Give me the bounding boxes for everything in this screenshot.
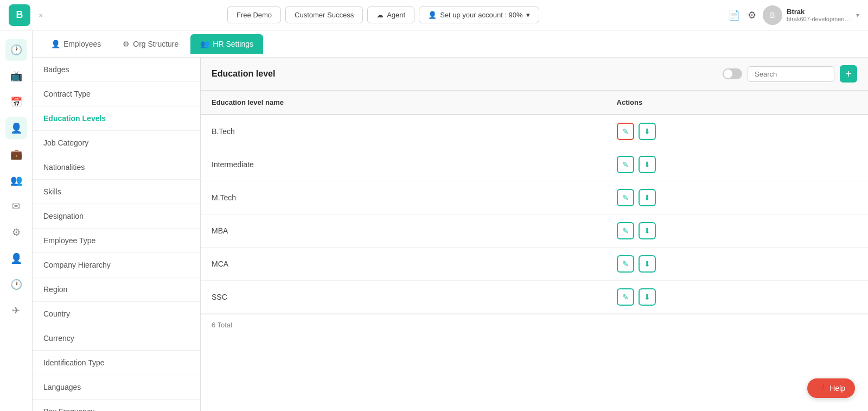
table-row: B.Tech✎⬇ <box>201 115 868 148</box>
table-wrap: Education level name Actions B.Tech✎⬇Int… <box>201 91 868 411</box>
setup-icon: 👤 <box>428 11 437 19</box>
cell-name: M.Tech <box>201 181 606 214</box>
document-icon[interactable]: 📄 <box>728 9 740 21</box>
menu-item-country[interactable]: Country <box>33 302 200 326</box>
sidebar-icon-settings[interactable]: ⚙ <box>5 222 27 243</box>
left-menu: Badges Contract Type Education Levels Jo… <box>33 58 201 411</box>
edit-icon[interactable]: ✎ <box>617 123 634 140</box>
col-actions: Actions <box>606 91 868 115</box>
action-icons: ✎⬇ <box>617 156 857 173</box>
org-tab-icon: ⚙ <box>123 40 130 48</box>
cell-actions: ✎⬇ <box>606 281 868 314</box>
tab-employees[interactable]: 👤 Employees <box>41 34 111 54</box>
cell-actions: ✎⬇ <box>606 248 868 281</box>
free-demo-button[interactable]: Free Demo <box>227 7 281 23</box>
menu-item-region[interactable]: Region <box>33 277 200 302</box>
cell-name: B.Tech <box>201 115 606 148</box>
menu-item-pay-frequency[interactable]: Pay Frequency <box>33 400 200 411</box>
table-header-row: Education level name Actions <box>201 91 868 115</box>
hr-tab-icon: 👥 <box>200 40 209 48</box>
action-icons: ✎⬇ <box>617 288 857 306</box>
table-row: Intermediate✎⬇ <box>201 148 868 181</box>
table-row: MCA✎⬇ <box>201 248 868 281</box>
sidebar-icon-clock2[interactable]: 🕐 <box>5 274 27 295</box>
app-logo[interactable]: B <box>9 4 30 26</box>
right-panel: Education level + Education level name A… <box>201 58 868 411</box>
delete-icon[interactable]: ⬇ <box>639 255 656 273</box>
agent-icon: ☁ <box>376 11 384 19</box>
sidebar-icon-mail[interactable]: ✉ <box>5 195 27 217</box>
main-wrapper: 👤 Employees ⚙ Org Structure 👥 HR Setting… <box>33 30 868 411</box>
cell-name: SSC <box>201 281 606 314</box>
menu-item-employee-type[interactable]: Employee Type <box>33 229 200 253</box>
menu-item-education-levels[interactable]: Education Levels <box>33 106 200 131</box>
edit-icon[interactable]: ✎ <box>617 288 634 306</box>
sidebar-icon-time[interactable]: 🕐 <box>5 39 27 61</box>
agent-button[interactable]: ☁ Agent <box>367 7 414 23</box>
menu-item-company-hierarchy[interactable]: Company Hierarchy <box>33 253 200 277</box>
education-level-table: Education level name Actions B.Tech✎⬇Int… <box>201 91 868 314</box>
sidebar-icon-calendar[interactable]: 📅 <box>5 91 27 113</box>
table-row: MBA✎⬇ <box>201 214 868 248</box>
edit-icon[interactable]: ✎ <box>617 255 634 273</box>
action-icons: ✎⬇ <box>617 222 857 239</box>
user-chevron-icon: ▾ <box>856 11 859 19</box>
edit-icon[interactable]: ✎ <box>617 189 634 206</box>
nav-chevron: » <box>39 11 43 19</box>
action-icons: ✎⬇ <box>617 123 857 140</box>
panel-header: Education level + <box>201 58 868 91</box>
search-input[interactable] <box>748 66 834 82</box>
sidebar-icon-person[interactable]: 👤 <box>5 117 27 139</box>
table-row: M.Tech✎⬇ <box>201 181 868 214</box>
sidebar-icon-briefcase[interactable]: 💼 <box>5 143 27 165</box>
sidebar-icon-user2[interactable]: 👤 <box>5 248 27 269</box>
menu-item-contract-type[interactable]: Contract Type <box>33 82 200 106</box>
delete-icon[interactable]: ⬇ <box>639 156 656 173</box>
gear-icon[interactable]: ⚙ <box>748 9 756 21</box>
cell-actions: ✎⬇ <box>606 115 868 148</box>
employees-tab-icon: 👤 <box>51 40 60 48</box>
setup-button[interactable]: 👤 Set up your account : 90% ▾ <box>419 7 539 23</box>
menu-item-designation[interactable]: Designation <box>33 204 200 229</box>
sidebar-icon-tv[interactable]: 📺 <box>5 65 27 87</box>
menu-item-currency[interactable]: Currency <box>33 326 200 351</box>
action-icons: ✎⬇ <box>617 189 857 206</box>
top-nav: B » Free Demo Customer Success ☁ Agent 👤… <box>0 0 868 30</box>
toggle-switch[interactable] <box>723 68 742 79</box>
cell-actions: ✎⬇ <box>606 214 868 248</box>
menu-item-badges[interactable]: Badges <box>33 58 200 82</box>
sidebar-icon-send[interactable]: ✈ <box>5 300 27 321</box>
delete-icon[interactable]: ⬇ <box>639 123 656 140</box>
top-nav-icons: 📄 ⚙ <box>728 9 756 21</box>
panel-header-right: + <box>723 65 857 83</box>
user-name: Btrak <box>787 8 852 16</box>
help-icon: ❓ <box>817 384 826 393</box>
panel-title: Education level <box>212 69 275 79</box>
table-footer: 6 Total <box>201 314 868 336</box>
customer-success-button[interactable]: Customer Success <box>285 7 363 23</box>
delete-icon[interactable]: ⬇ <box>639 288 656 306</box>
help-button[interactable]: ❓ Help <box>807 378 855 398</box>
sidebar-icon-group[interactable]: 👥 <box>5 169 27 191</box>
delete-icon[interactable]: ⬇ <box>639 189 656 206</box>
edit-icon[interactable]: ✎ <box>617 156 634 173</box>
cell-name: MCA <box>201 248 606 281</box>
delete-icon[interactable]: ⬇ <box>639 222 656 239</box>
action-icons: ✎⬇ <box>617 255 857 273</box>
add-button[interactable]: + <box>840 65 857 83</box>
tab-org-structure[interactable]: ⚙ Org Structure <box>113 34 188 54</box>
top-nav-center: Free Demo Customer Success ☁ Agent 👤 Set… <box>49 7 717 23</box>
menu-item-languages[interactable]: Languages <box>33 375 200 400</box>
col-name: Education level name <box>201 91 606 115</box>
menu-item-nationalities[interactable]: Nationalities <box>33 155 200 180</box>
cell-actions: ✎⬇ <box>606 148 868 181</box>
menu-item-job-category[interactable]: Job Category <box>33 131 200 155</box>
user-menu[interactable]: B Btrak btrak607-development@gm... ▾ <box>763 5 859 25</box>
menu-item-skills[interactable]: Skills <box>33 180 200 204</box>
cell-actions: ✎⬇ <box>606 181 868 214</box>
menu-item-identification-type[interactable]: Identification Type <box>33 351 200 375</box>
sub-nav: 👤 Employees ⚙ Org Structure 👥 HR Setting… <box>33 30 868 58</box>
table-row: SSC✎⬇ <box>201 281 868 314</box>
edit-icon[interactable]: ✎ <box>617 222 634 239</box>
tab-hr-settings[interactable]: 👥 HR Settings <box>190 34 263 54</box>
